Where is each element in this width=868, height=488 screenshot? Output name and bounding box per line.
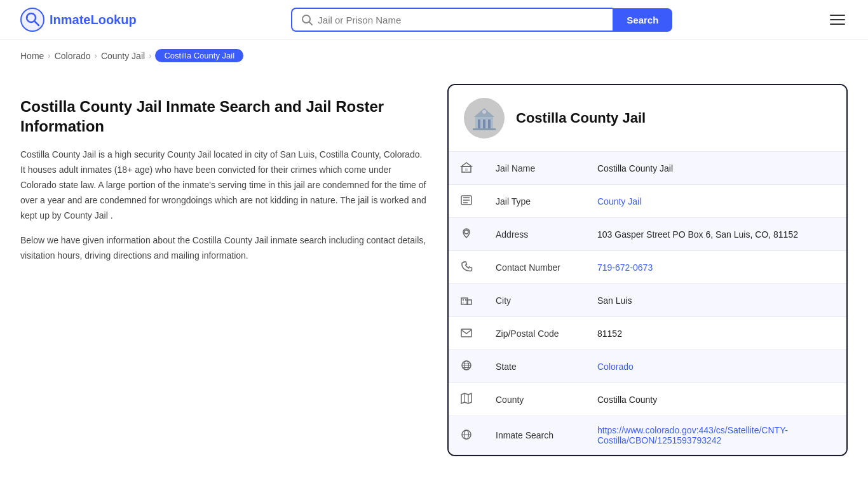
svg-rect-3 xyxy=(27,17,28,18)
icon-cell xyxy=(449,284,484,317)
search-icon xyxy=(301,14,313,25)
table-row: Zip/Postal Code 81152 xyxy=(449,317,846,350)
svg-rect-6 xyxy=(473,128,496,130)
header: InmateLookup Search xyxy=(0,0,868,40)
search-button[interactable]: Search xyxy=(613,8,672,32)
info-value: Costilla County Jail xyxy=(586,152,846,185)
svg-point-0 xyxy=(21,8,44,31)
table-row: Jail Type County Jail xyxy=(449,185,846,218)
page-title: Costilla County Jail Inmate Search and J… xyxy=(20,97,427,136)
info-value: 103 Gasper Street PO Box 6, San Luis, CO… xyxy=(586,218,846,251)
jail-card-header: Costilla County Jail xyxy=(449,85,846,152)
left-column: Costilla County Jail Inmate Search and J… xyxy=(20,84,427,456)
jail-card-title: Costilla County Jail xyxy=(516,110,646,126)
icon-cell xyxy=(449,383,484,416)
svg-line-5 xyxy=(309,22,312,25)
icon-cell xyxy=(449,251,484,284)
breadcrumb-sep-3: › xyxy=(149,51,151,60)
breadcrumb-current: Costilla County Jail xyxy=(155,49,243,62)
info-label: Address xyxy=(484,218,586,251)
breadcrumb-state[interactable]: Colorado xyxy=(55,51,91,61)
info-label: County xyxy=(484,383,586,416)
icon-cell xyxy=(449,152,484,185)
svg-rect-25 xyxy=(463,302,464,304)
svg-rect-24 xyxy=(465,299,466,301)
info-label: City xyxy=(484,284,586,317)
icon-cell xyxy=(449,317,484,350)
info-label: Inmate Search xyxy=(484,416,586,455)
menu-button[interactable] xyxy=(827,12,848,27)
search-input-wrap xyxy=(291,8,613,32)
breadcrumb-sep-2: › xyxy=(95,51,97,60)
search-input[interactable] xyxy=(318,15,604,25)
svg-marker-32 xyxy=(461,393,471,403)
info-value-text: Costilla County xyxy=(597,395,657,405)
table-row: Inmate Search https://www.colorado.gov:4… xyxy=(449,416,846,455)
info-value: 81152 xyxy=(586,317,846,350)
svg-rect-26 xyxy=(461,329,471,337)
info-value-text: 81152 xyxy=(597,329,622,339)
table-row: Contact Number 719-672-0673 xyxy=(449,251,846,284)
svg-rect-9 xyxy=(483,119,485,128)
table-row: City San Luis xyxy=(449,284,846,317)
info-link[interactable]: County Jail xyxy=(597,196,641,207)
info-value-text: San Luis xyxy=(597,295,632,306)
info-value-text: Costilla County Jail xyxy=(597,163,673,173)
main-content: Costilla County Jail Inmate Search and J… xyxy=(0,71,868,482)
icon-cell xyxy=(449,185,484,218)
info-value[interactable]: https://www.colorado.gov:443/cs/Satellit… xyxy=(586,416,846,455)
jail-avatar xyxy=(464,98,505,139)
right-column: Costilla County Jail Jail Name Costilla … xyxy=(447,84,848,456)
svg-point-20 xyxy=(465,230,468,234)
logo[interactable]: InmateLookup xyxy=(20,8,137,32)
info-label: Jail Type xyxy=(484,185,586,218)
icon-cell xyxy=(449,350,484,383)
table-row: County Costilla County xyxy=(449,383,846,416)
jail-card: Costilla County Jail Jail Name Costilla … xyxy=(447,84,848,456)
svg-point-4 xyxy=(302,15,310,23)
breadcrumb: Home › Colorado › County Jail › Costilla… xyxy=(0,40,868,71)
jail-building-icon xyxy=(470,104,498,132)
info-value: San Luis xyxy=(586,284,846,317)
table-row: Address 103 Gasper Street PO Box 6, San … xyxy=(449,218,846,251)
info-label: Zip/Postal Code xyxy=(484,317,586,350)
breadcrumb-home[interactable]: Home xyxy=(20,51,44,61)
page-desc-2: Below we have given information about th… xyxy=(20,233,427,264)
info-value: Costilla County xyxy=(586,383,846,416)
info-table: Jail Name Costilla County Jail Jail Type… xyxy=(449,152,846,455)
info-value-text: 103 Gasper Street PO Box 6, San Luis, CO… xyxy=(597,229,798,240)
info-link[interactable]: 719-672-0673 xyxy=(597,262,653,273)
info-label: Jail Name xyxy=(484,152,586,185)
svg-rect-15 xyxy=(465,168,468,172)
svg-rect-8 xyxy=(478,119,480,128)
info-label: State xyxy=(484,350,586,383)
logo-icon xyxy=(20,8,44,32)
svg-point-12 xyxy=(482,110,486,114)
info-link[interactable]: Colorado xyxy=(597,362,634,372)
table-row: Jail Name Costilla County Jail xyxy=(449,152,846,185)
info-value[interactable]: Colorado xyxy=(586,350,846,383)
info-value[interactable]: 719-672-0673 xyxy=(586,251,846,284)
icon-cell xyxy=(449,218,484,251)
page-desc-1: Costilla County Jail is a high security … xyxy=(20,147,427,223)
svg-rect-23 xyxy=(463,299,464,301)
table-row: State Colorado xyxy=(449,350,846,383)
icon-cell xyxy=(449,416,484,455)
info-value[interactable]: County Jail xyxy=(586,185,846,218)
info-label: Contact Number xyxy=(484,251,586,284)
logo-text: InmateLookup xyxy=(50,13,137,27)
svg-marker-14 xyxy=(461,163,471,166)
info-link[interactable]: https://www.colorado.gov:443/cs/Satellit… xyxy=(597,425,788,445)
search-area: Search xyxy=(291,8,672,32)
breadcrumb-type[interactable]: County Jail xyxy=(101,51,145,61)
breadcrumb-sep-1: › xyxy=(48,51,50,60)
svg-rect-10 xyxy=(488,119,491,128)
